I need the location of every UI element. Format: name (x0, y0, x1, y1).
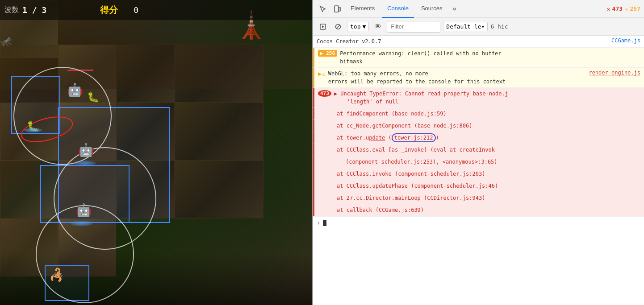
stack-text-2: at cc_Node.getComponent (base-node.js:80… (337, 122, 640, 130)
stack-text-3: at tower.update (tower.js:212) (337, 134, 640, 142)
error-badge-473: 473 (318, 90, 331, 97)
console-output: Cocos Creator v2.0.7 CCGame.js ▶ 256 Per… (313, 36, 644, 305)
enemy-3: 🦟 (0, 36, 12, 47)
context-selector[interactable]: top ▼ (347, 22, 369, 31)
tower-2: 🤖 (78, 143, 94, 157)
ccgame-639[interactable]: CCGame.js:639 (379, 207, 421, 213)
tower-1: 🤖 (67, 82, 83, 97)
console-toolbar: top ▼ 👁 Default le▾ 6 hic (313, 18, 644, 36)
warn-count: 257 (630, 5, 640, 12)
tower-4: 🦂 (49, 268, 65, 282)
stack-row-8: at 27.cc.Director.mainLoop (CCDirector.j… (313, 192, 644, 204)
stack-row-4: at CCClass.eval [as _invoke] (eval at cr… (313, 144, 644, 156)
base-node-806[interactable]: base-node.js:806 (418, 123, 469, 129)
stack-text-4: at CCClass.eval [as _invoke] (eval at cr… (337, 146, 640, 154)
error-main-row: 473 ▶ Uncaught TypeError: Cannot read pr… (313, 88, 644, 108)
error-summary: ✕ 473 ⚠ 257 (606, 5, 640, 12)
perf-warn-text: Performance warning: clear() called with… (340, 49, 640, 66)
webgl-warn-row: ▶⚠ WebGL: too many errors, no more error… (313, 68, 644, 88)
glow-2 (71, 221, 93, 226)
prompt-cursor (323, 220, 326, 226)
ccdirector-943[interactable]: CCDirector.js:943 (427, 195, 482, 201)
tab-sources[interactable]: Sources (416, 0, 448, 18)
score-label: 得分 (100, 4, 118, 16)
cocos-creator-label: Cocos Creator v2.0.7 (317, 38, 381, 45)
score-value: 0 (134, 5, 138, 15)
error-x-icon: ✕ (606, 5, 610, 12)
devtools-tabbar: Elements Console Sources » ✕ 473 ⚠ 257 (313, 0, 644, 18)
enemy-2: 🐛 (87, 91, 99, 103)
stack-row-7: at CCClass.updatePhase (component-schedu… (313, 180, 644, 192)
play-btn[interactable] (317, 21, 329, 33)
context-arrow: ▼ (362, 23, 366, 30)
warn-icon: ▶⚠ (318, 70, 326, 77)
stack-text-6: at CCClass.invoke (component-scheduler.j… (337, 170, 640, 178)
wave-current: 1 / 3 (22, 5, 46, 15)
comp-sched-203[interactable]: component-scheduler.js:203 (398, 171, 482, 177)
hidden-count: 6 hic (490, 23, 508, 30)
console-prompt-row: › (313, 216, 644, 229)
stack-text-8: at 27.cc.Director.mainLoop (CCDirector.j… (337, 194, 640, 202)
error-count: 473 (612, 5, 623, 12)
enemy-1: 🐛 (27, 120, 39, 132)
range-circle-3 (36, 205, 134, 303)
svg-line-5 (336, 25, 340, 29)
stack-row-2: at cc_Node.getComponent (base-node.js:80… (313, 120, 644, 132)
warn-badge-256: ▶ 256 (318, 50, 337, 57)
stack-row-1: at findComponent (base-node.js:59) (313, 108, 644, 120)
block-btn[interactable] (332, 21, 344, 33)
svg-marker-3 (322, 25, 324, 28)
stack-row-3: at tower.update (tower.js:212) (313, 132, 644, 144)
log-levels-select[interactable]: Default le▾ (443, 22, 488, 31)
svg-rect-1 (339, 7, 340, 11)
eye-btn[interactable]: 👁 (372, 21, 384, 33)
base-node-link-main[interactable]: base-node.j (473, 91, 508, 97)
comp-sched-46[interactable]: component-scheduler.js:46 (414, 183, 495, 189)
devtools-panel: Elements Console Sources » ✕ 473 ⚠ 257 (313, 0, 644, 305)
base-node-59[interactable]: base-node.js:59 (395, 111, 443, 117)
tower-js-212[interactable]: tower.js:212 (392, 133, 436, 142)
stack-row-5: (component-scheduler.js:253), <anonymous… (313, 156, 644, 168)
hud: 波数 1 / 3 得分 0 (0, 0, 313, 20)
stack-text-1: at findComponent (base-node.js:59) (337, 110, 640, 118)
cursor-icon-btn[interactable] (317, 3, 329, 15)
stack-text-5: (component-scheduler.js:253), <anonymous… (346, 158, 640, 166)
tab-console[interactable]: Console (382, 0, 414, 18)
stack-row-9: at callback (CCGame.js:639) (313, 204, 644, 216)
prompt-arrow: › (317, 219, 320, 227)
cocos-row: Cocos Creator v2.0.7 CCGame.js (313, 36, 644, 48)
stack-text-9: at callback (CCGame.js:639) (337, 206, 640, 214)
render-engine-ref[interactable]: render-engine.js (589, 70, 640, 76)
tower-update-text: pdate (369, 135, 385, 141)
stack-row-6: at CCClass.invoke (component-scheduler.j… (313, 168, 644, 180)
ccgame-ref[interactable]: CCGame.js (611, 37, 640, 44)
perf-warn-row: ▶ 256 Performance warning: clear() calle… (313, 48, 644, 68)
comp-sched-253[interactable]: component-scheduler.js:253 (349, 159, 433, 165)
webgl-warn-text: WebGL: too many errors, no more errors w… (328, 70, 586, 86)
panel-divider (312, 0, 313, 305)
stack-text-7: at CCClass.updatePhase (component-schedu… (337, 182, 640, 190)
context-value: top (350, 23, 360, 30)
warn-triangle-icon: ⚠ (624, 5, 628, 12)
tower-3: 🤖 (76, 203, 92, 218)
glow-1 (74, 161, 96, 166)
more-tabs[interactable]: » (450, 4, 460, 13)
wave-label: 波数 (4, 5, 19, 15)
svg-rect-0 (335, 6, 339, 12)
tab-elements[interactable]: Elements (345, 0, 380, 18)
filter-input[interactable] (387, 21, 440, 33)
error-main-text: ▶ Uncaught TypeError: Cannot read proper… (334, 90, 640, 106)
device-icon-btn[interactable] (331, 3, 343, 15)
game-panel: 🗼 波数 1 / 3 得分 0 🤖 🤖 🤖 🦂 🐛 🐛 🦟 (0, 0, 313, 305)
cocos-text: Cocos Creator v2.0.7 (317, 37, 609, 45)
